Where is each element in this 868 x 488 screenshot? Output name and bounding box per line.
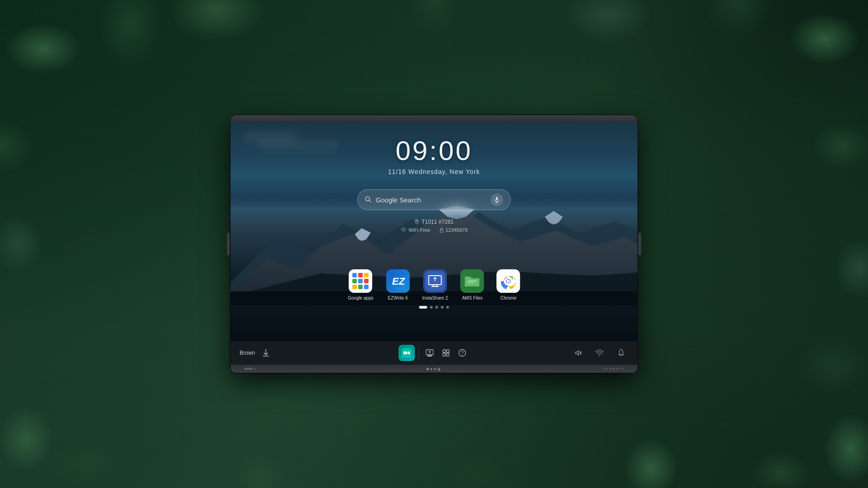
taskbar-divider (419, 347, 419, 359)
wifi-status-button[interactable] (592, 346, 607, 360)
instashare-label: InstaShare 2 (422, 296, 448, 300)
google-apps-label: Google apps (348, 296, 373, 300)
location-text: T1011 #7281 (422, 219, 454, 225)
apps-section: Google apps EZ (348, 269, 520, 300)
svg-point-28 (507, 280, 510, 283)
screen-share-button[interactable] (423, 346, 437, 360)
left-handle (227, 233, 230, 255)
page-dots (419, 306, 449, 309)
search-section: Google Search (357, 189, 511, 210)
svg-rect-33 (443, 350, 446, 352)
mic-button[interactable] (491, 193, 503, 206)
taskbar-right (571, 346, 628, 360)
grid-button[interactable] (439, 346, 453, 360)
lock-icon (439, 227, 443, 233)
download-button[interactable] (259, 346, 273, 360)
app-instashare[interactable]: InstaShare 2 (422, 269, 448, 300)
page-dot-1[interactable] (419, 306, 427, 309)
location-row: T1011 #7281 (401, 219, 468, 225)
user-name: Brown (240, 350, 255, 356)
page-dot-5[interactable] (446, 306, 449, 309)
mute-button[interactable] (571, 346, 585, 360)
clock-date: 11/16 Wednesday, New York (231, 168, 637, 175)
google-apps-icon (349, 269, 373, 293)
ezwrite-icon: EZ (386, 269, 410, 293)
location-icon (415, 219, 419, 225)
svg-rect-14 (440, 230, 443, 232)
ezwrite-label: EZWrite 6 (388, 296, 408, 300)
search-icon (365, 196, 371, 204)
instashare-icon (423, 269, 447, 293)
svg-rect-9 (496, 197, 498, 200)
bottom-left-dots (244, 368, 253, 370)
help-button[interactable]: ? (455, 346, 470, 360)
app-google-apps[interactable]: Google apps (348, 269, 373, 300)
password-item: 12345678 (439, 227, 467, 233)
wifi-icon (401, 228, 407, 232)
clock-time: 09:00 (231, 135, 637, 166)
svg-text:?: ? (461, 351, 464, 356)
page-dot-3[interactable] (435, 306, 438, 309)
ams-files-label: AMS Files (462, 296, 483, 300)
chrome-label: Chrome (500, 296, 517, 300)
notification-button[interactable] (614, 346, 628, 360)
taskbar: Brown (231, 341, 637, 365)
frame-bottom-bar: BenQ (231, 365, 637, 373)
device-info-section: T1011 #7281 WiFi Free (401, 219, 468, 233)
wifi-password-row: WiFi Free 12345678 (401, 227, 468, 233)
svg-point-12 (416, 221, 417, 221)
clock-section: 09:00 11/16 Wednesday, New York (231, 135, 637, 175)
outer-background: 09:00 11/16 Wednesday, New York Google S… (0, 0, 868, 488)
wifi-text: WiFi Free (409, 227, 430, 233)
svg-rect-36 (447, 353, 449, 356)
wifi-item: WiFi Free (401, 227, 430, 233)
benq-brand-logo: BenQ (426, 367, 441, 371)
frame-top-bar (231, 115, 637, 122)
svg-rect-34 (447, 350, 449, 352)
app-chrome[interactable]: Chrome (497, 269, 520, 300)
chrome-icon (497, 269, 520, 293)
right-handle (638, 233, 641, 255)
app-ezwrite[interactable]: EZ EZWrite 6 (386, 269, 410, 300)
ams-files-icon (461, 269, 484, 293)
svg-point-13 (403, 232, 404, 232)
taskbar-center: ? (399, 345, 470, 361)
screen: 09:00 11/16 Wednesday, New York Google S… (231, 122, 637, 341)
password-text: 12345678 (445, 227, 467, 233)
search-placeholder: Google Search (376, 196, 486, 204)
svg-point-41 (599, 355, 600, 356)
app-ams-files[interactable]: AMS Files (461, 269, 484, 300)
svg-line-8 (369, 200, 371, 202)
search-bar[interactable]: Google Search (357, 189, 511, 210)
google-meet-button[interactable] (399, 345, 415, 361)
svg-rect-35 (443, 353, 446, 356)
svg-text:EZ: EZ (392, 276, 406, 287)
page-dot-2[interactable] (430, 306, 433, 309)
bottom-right-dots (603, 368, 624, 370)
bottom-left-dot-2 (255, 368, 256, 370)
display-frame: 09:00 11/16 Wednesday, New York Google S… (231, 115, 637, 373)
page-dot-4[interactable] (441, 306, 443, 309)
